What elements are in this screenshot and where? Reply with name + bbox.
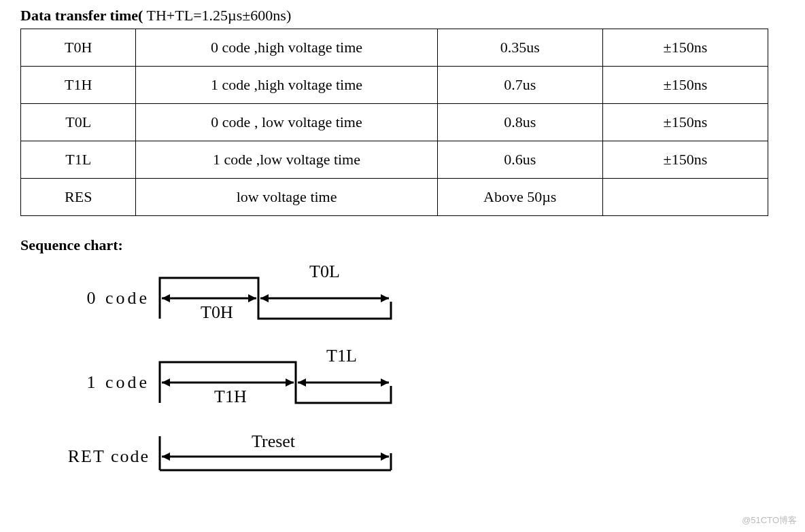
cell-description: low voltage time <box>136 179 437 216</box>
label-t0l: T0L <box>309 262 340 281</box>
cell-value: 0.7us <box>437 67 602 104</box>
waveform-0code-icon: T0H T0L <box>156 261 408 336</box>
cell-tolerance <box>602 179 768 216</box>
cell-tolerance: ±150ns <box>602 67 768 104</box>
svg-marker-8 <box>286 378 294 387</box>
svg-marker-2 <box>248 294 256 302</box>
svg-marker-17 <box>381 453 389 461</box>
cell-symbol: T1L <box>21 141 136 179</box>
sequence-chart-heading: Sequence chart: <box>20 236 785 254</box>
table-row: T1L 1 code ,low voltage time 0.6us ±150n… <box>21 141 768 179</box>
table-row: RES low voltage time Above 50µs <box>21 179 768 216</box>
cell-description: 0 code , low voltage time <box>136 104 437 141</box>
cell-description: 1 code ,high voltage time <box>136 67 437 104</box>
label-t1h: T1H <box>214 387 247 406</box>
waveform-ret-icon: Treset <box>156 429 408 484</box>
cell-tolerance: ±150ns <box>602 104 768 141</box>
page-title-rest: TH+TL=1.25µs±600ns) <box>143 7 291 24</box>
cell-symbol: T0L <box>21 104 136 141</box>
svg-marker-16 <box>162 453 170 461</box>
svg-marker-11 <box>381 378 389 387</box>
sequence-label-1code: 1 code <box>20 372 156 393</box>
waveform-1code-icon: T1H T1L <box>156 345 408 420</box>
sequence-label-0code: 0 code <box>20 288 156 308</box>
cell-symbol: T1H <box>21 67 136 104</box>
cell-tolerance: ±150ns <box>602 29 768 67</box>
label-treset: Treset <box>252 431 296 451</box>
cell-value: 0.35us <box>437 29 602 67</box>
page-title: Data transfer time( TH+TL=1.25µs±600ns) <box>20 7 785 24</box>
table-row: T1H 1 code ,high voltage time 0.7us ±150… <box>21 67 768 104</box>
cell-value: Above 50µs <box>437 179 602 216</box>
sequence-label-ret: RET code <box>20 446 156 467</box>
page-title-bold: Data transfer time( <box>20 7 143 24</box>
sequence-row-ret: RET code Treset <box>20 429 785 484</box>
cell-value: 0.8us <box>437 104 602 141</box>
table-row: T0H 0 code ,high voltage time 0.35us ±15… <box>21 29 768 67</box>
cell-symbol: T0H <box>21 29 136 67</box>
sequence-row-0code: 0 code T0H T0L <box>20 261 785 336</box>
timing-table: T0H 0 code ,high voltage time 0.35us ±15… <box>20 29 768 216</box>
svg-marker-7 <box>162 378 170 387</box>
cell-symbol: RES <box>21 179 136 216</box>
label-t1l: T1L <box>326 346 357 366</box>
table-row: T0L 0 code , low voltage time 0.8us ±150… <box>21 104 768 141</box>
label-t0h: T0H <box>201 302 233 322</box>
svg-marker-4 <box>260 294 269 302</box>
cell-description: 1 code ,low voltage time <box>136 141 437 179</box>
svg-marker-1 <box>162 294 170 302</box>
cell-value: 0.6us <box>437 141 602 179</box>
sequence-row-1code: 1 code T1H T1L <box>20 345 785 420</box>
cell-tolerance: ±150ns <box>602 141 768 179</box>
svg-marker-10 <box>298 378 306 387</box>
svg-marker-5 <box>381 294 389 302</box>
cell-description: 0 code ,high voltage time <box>136 29 437 67</box>
